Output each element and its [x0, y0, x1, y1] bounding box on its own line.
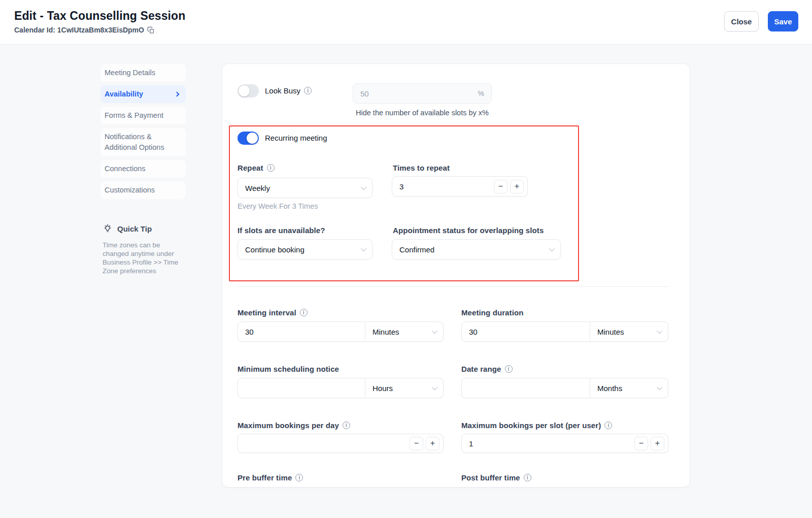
- times-to-repeat-label: Times to repeat: [393, 164, 450, 172]
- slots-unavailable-value: Continue booking: [245, 245, 304, 254]
- meeting-duration-label: Meeting duration: [461, 308, 523, 317]
- increment-button[interactable]: +: [510, 180, 524, 193]
- save-button[interactable]: Save: [768, 11, 798, 31]
- availability-panel: Look Busy % Hide the number of available…: [222, 63, 690, 488]
- settings-sidebar: Meeting Details Availability Forms & Pay…: [100, 64, 186, 275]
- lightbulb-icon: [103, 223, 113, 234]
- chevron-down-icon: [361, 184, 366, 190]
- chevron-right-icon: [175, 92, 180, 97]
- max-per-slot-stepper: − +: [461, 434, 668, 453]
- quick-tip-text: Time zones can be changed anytime under …: [103, 241, 180, 275]
- times-to-repeat-input[interactable]: [399, 182, 491, 191]
- info-icon[interactable]: [343, 422, 350, 429]
- sidebar-item-label: Forms & Payment: [105, 110, 163, 121]
- quick-tip: Quick Tip Time zones can be changed anyt…: [100, 223, 186, 275]
- min-notice-unit-select[interactable]: Hours: [365, 378, 443, 398]
- max-per-day-label: Maximum bookings per day: [238, 421, 350, 430]
- look-busy-label: Look Busy: [265, 86, 312, 95]
- overlap-status-label: Appointment status for overlapping slots: [393, 226, 544, 235]
- decrement-button[interactable]: −: [634, 437, 648, 450]
- info-icon[interactable]: [604, 422, 612, 429]
- info-icon[interactable]: [524, 474, 531, 481]
- increment-button[interactable]: +: [651, 437, 664, 450]
- sidebar-item-label: Availability: [105, 89, 143, 100]
- pre-buffer-label: Pre buffer time: [238, 473, 303, 482]
- chevron-down-icon: [657, 328, 662, 334]
- min-notice-group: Hours: [238, 378, 444, 398]
- look-busy-percent-input[interactable]: [360, 89, 478, 98]
- date-range-input[interactable]: [462, 378, 590, 398]
- max-per-day-stepper: − +: [238, 434, 444, 453]
- calendar-id: Calendar Id: 1CwIUtzaBm8x3EisDpmO: [14, 26, 155, 34]
- chevron-down-icon: [432, 384, 437, 390]
- calendar-id-text: Calendar Id: 1CwIUtzaBm8x3EisDpmO: [14, 26, 144, 34]
- chevron-down-icon: [432, 328, 437, 334]
- chevron-down-icon: [657, 384, 662, 390]
- recurring-meeting-label: Recurring meeting: [265, 134, 327, 142]
- page-header: Edit - Tax Counselling Session Calendar …: [0, 0, 812, 45]
- date-range-group: Months: [461, 378, 668, 398]
- meeting-interval-unit-select[interactable]: Minutes: [365, 322, 443, 341]
- recurring-meeting-toggle[interactable]: [238, 132, 259, 145]
- sidebar-item-label: Customizations: [105, 185, 155, 196]
- meeting-interval-input[interactable]: [238, 322, 365, 341]
- increment-button[interactable]: +: [426, 437, 439, 450]
- close-button[interactable]: Close: [724, 11, 759, 31]
- overlap-status-value: Confirmed: [399, 245, 434, 254]
- page-title: Edit - Tax Counselling Session: [14, 9, 185, 23]
- max-per-slot-label: Maximum bookings per slot (per user): [461, 421, 612, 430]
- info-icon[interactable]: [300, 309, 308, 316]
- slots-unavailable-select[interactable]: Continue booking: [238, 239, 373, 260]
- decrement-button[interactable]: −: [494, 180, 507, 193]
- recurrence-summary: Every Week For 3 Times: [238, 202, 318, 210]
- repeat-label: Repeat: [238, 164, 275, 172]
- max-per-slot-input[interactable]: [469, 439, 632, 448]
- repeat-value: Weekly: [245, 184, 270, 192]
- times-to-repeat-stepper: − +: [392, 176, 528, 197]
- percent-suffix: %: [478, 89, 484, 98]
- sidebar-item-connections[interactable]: Connections: [100, 160, 186, 178]
- sidebar-item-customizations[interactable]: Customizations: [100, 181, 186, 199]
- info-icon[interactable]: [295, 474, 303, 481]
- info-icon[interactable]: [505, 365, 513, 373]
- sidebar-item-meeting-details[interactable]: Meeting Details: [100, 64, 186, 82]
- sidebar-item-availability[interactable]: Availability: [100, 85, 186, 103]
- slots-unavailable-label: If slots are unavailable?: [238, 226, 325, 235]
- min-notice-input[interactable]: [238, 378, 365, 398]
- date-range-unit-select[interactable]: Months: [590, 378, 668, 398]
- chevron-down-icon: [361, 246, 366, 251]
- toggle-knob: [239, 85, 250, 96]
- copy-icon[interactable]: [147, 26, 155, 34]
- repeat-select[interactable]: Weekly: [238, 178, 373, 198]
- toggle-knob: [247, 133, 258, 144]
- sidebar-item-label: Connections: [105, 164, 146, 174]
- sidebar-item-notifications[interactable]: Notifications & Additional Options: [100, 128, 186, 156]
- decrement-button[interactable]: −: [410, 437, 423, 450]
- info-icon[interactable]: [304, 87, 312, 94]
- section-divider: [238, 286, 668, 287]
- quick-tip-title: Quick Tip: [117, 224, 152, 233]
- max-per-day-input[interactable]: [245, 439, 407, 448]
- chevron-down-icon: [549, 246, 555, 251]
- post-buffer-label: Post buffer time: [461, 473, 531, 482]
- overlap-status-select[interactable]: Confirmed: [392, 239, 561, 260]
- look-busy-toggle[interactable]: [238, 84, 259, 98]
- meeting-interval-label: Meeting interval: [238, 308, 308, 317]
- meeting-duration-input[interactable]: [462, 322, 590, 341]
- sidebar-item-label: Meeting Details: [105, 68, 155, 78]
- meeting-interval-group: Minutes: [238, 321, 444, 342]
- look-busy-helper: Hide the number of available slots by x%: [353, 109, 492, 117]
- info-icon[interactable]: [267, 164, 275, 172]
- meeting-duration-group: Minutes: [461, 321, 668, 342]
- min-notice-label: Minimum scheduling notice: [238, 365, 339, 373]
- date-range-label: Date range: [461, 365, 513, 373]
- look-busy-percent-field: %: [353, 83, 492, 104]
- meeting-duration-unit-select[interactable]: Minutes: [590, 322, 668, 341]
- sidebar-item-label: Notifications & Additional Options: [105, 132, 182, 153]
- sidebar-item-forms-payment[interactable]: Forms & Payment: [100, 107, 186, 124]
